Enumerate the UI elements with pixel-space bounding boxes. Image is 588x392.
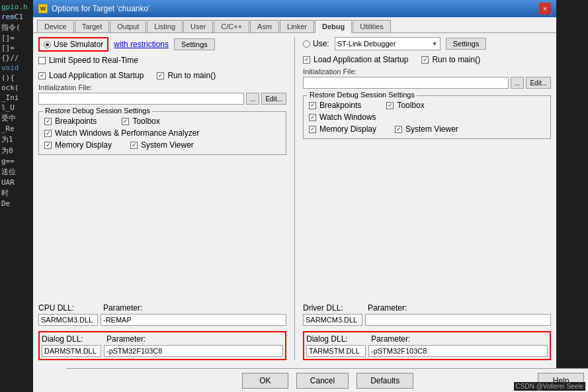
- defaults-button[interactable]: Defaults: [357, 373, 413, 389]
- tab-asm[interactable]: Asm: [250, 20, 279, 32]
- tab-user[interactable]: User: [183, 20, 213, 32]
- init-file-section-right: Initialization File: ... Edit...: [303, 68, 551, 89]
- run-to-main-checkbox-left[interactable]: [157, 72, 164, 79]
- dialog-dll-label-left: Dialog DLL:: [42, 334, 101, 344]
- load-app-label-right: Load Application at Startup: [314, 55, 408, 64]
- init-file-edit-left[interactable]: Edit...: [261, 93, 286, 105]
- dialog-dll-input-right[interactable]: [306, 345, 366, 357]
- init-file-edit-right[interactable]: Edit...: [526, 77, 551, 89]
- tab-cpp[interactable]: C/C++: [214, 20, 249, 32]
- dialog-wrapper: W Options for Target 'chuanko' × Device …: [33, 0, 556, 392]
- toolbox-checkbox-right[interactable]: [386, 102, 394, 109]
- toolbox-row-right: Toolbox: [386, 101, 424, 110]
- load-app-label-left: Load Application at Startup: [49, 71, 144, 80]
- use-debugger-radio[interactable]: Use:: [303, 39, 329, 48]
- memory-display-row-right: Memory Display: [309, 124, 376, 134]
- restore-group-title-left: Restore Debug Session Settings: [43, 107, 152, 115]
- cpu-param-input[interactable]: [101, 314, 286, 326]
- tab-utilities[interactable]: Utilities: [353, 20, 390, 32]
- dialog-dll-label-right: Dialog DLL:: [306, 334, 366, 344]
- init-file-input-right[interactable]: [303, 77, 509, 89]
- load-app-checkbox-right[interactable]: [303, 56, 310, 64]
- simulator-settings-button[interactable]: Settings: [174, 38, 215, 50]
- toolbox-checkbox-left[interactable]: [122, 118, 129, 125]
- system-viewer-label-left: System Viewer: [141, 140, 194, 150]
- title-bar: W Options for Target 'chuanko' ×: [33, 0, 556, 17]
- dialog-dll-input-left[interactable]: [42, 345, 101, 357]
- debugger-select[interactable]: ST-Link Debugger ▼: [335, 37, 441, 50]
- system-viewer-checkbox-left[interactable]: [130, 142, 138, 149]
- restore-group-right: Restore Debug Session Settings Breakpoin…: [303, 95, 551, 139]
- memory-display-checkbox-right[interactable]: [309, 126, 316, 133]
- system-viewer-label-right: System Viewer: [405, 124, 458, 134]
- debugger-row: Use: ST-Link Debugger ▼ Settings: [303, 37, 551, 50]
- init-file-input-left[interactable]: [38, 93, 244, 105]
- dialog-dll-param-input-right[interactable]: [368, 345, 548, 357]
- tab-linker[interactable]: Linker: [280, 20, 314, 32]
- run-to-main-checkbox-right[interactable]: [421, 56, 429, 64]
- use-label: Use:: [313, 39, 329, 48]
- driver-dll-label: Driver DLL:: [303, 303, 362, 313]
- code-line: 送位: [1, 167, 32, 177]
- code-line: 为1: [1, 134, 32, 144]
- load-run-row-right: Load Application at Startup Run to main(…: [303, 54, 551, 65]
- breakpoints-checkbox-right[interactable]: [309, 102, 316, 109]
- breakpoints-checkbox-left[interactable]: [44, 118, 52, 125]
- memory-display-checkbox-left[interactable]: [44, 142, 52, 149]
- system-viewer-row-right: System Viewer: [395, 124, 458, 134]
- ok-button[interactable]: OK: [242, 373, 288, 389]
- driver-param-label: Parameter:: [368, 303, 407, 313]
- title-bar-left: W Options for Target 'chuanko': [38, 4, 149, 13]
- use-simulator-radio[interactable]: Use Simulator: [38, 37, 108, 52]
- run-to-main-row-right: Run to main(): [421, 55, 480, 64]
- toolbox-row-left: Toolbox: [122, 117, 159, 126]
- cancel-button[interactable]: Cancel: [296, 373, 349, 389]
- code-line: ock(: [1, 83, 32, 92]
- driver-dll-section-right: Driver DLL: Parameter:: [303, 303, 551, 328]
- run-to-main-label-left: Run to main(): [167, 71, 216, 80]
- with-restrictions-link[interactable]: with restrictions: [114, 40, 169, 49]
- code-line: {}//: [1, 54, 32, 62]
- watch-windows-checkbox-right[interactable]: [309, 114, 316, 121]
- code-line: void: [1, 64, 32, 72]
- dialog-dll-section-left-highlighted: Dialog DLL: Parameter:: [38, 331, 286, 360]
- code-line: _Ini: [1, 93, 32, 102]
- code-background-left: gpio.h remC1 指令( []= []= {}// void (){ o…: [0, 0, 33, 392]
- memory-display-row-left: Memory Display: [44, 140, 112, 150]
- load-app-row-left: Load Application at Startup: [38, 71, 144, 80]
- simulator-row: Use Simulator with restrictions Settings: [38, 37, 286, 52]
- limit-speed-checkbox[interactable]: [38, 57, 46, 64]
- init-file-browse-right[interactable]: ...: [511, 77, 524, 89]
- driver-dll-input[interactable]: [303, 314, 362, 326]
- close-button[interactable]: ×: [539, 3, 551, 15]
- toolbox-label-right: Toolbox: [397, 101, 424, 110]
- dialog-dll-param-label-right: Parameter:: [371, 334, 410, 344]
- code-line: De: [1, 199, 32, 208]
- tab-output[interactable]: Output: [110, 20, 146, 32]
- init-file-browse-left[interactable]: ...: [246, 93, 259, 105]
- dialog-dll-param-input-left[interactable]: [104, 345, 283, 357]
- init-file-row-right: ... Edit...: [303, 77, 551, 89]
- tab-listing[interactable]: Listing: [147, 20, 183, 32]
- tab-debug[interactable]: Debug: [315, 20, 352, 33]
- load-run-row: Load Application at Startup Run to main(…: [38, 70, 286, 81]
- cpu-dll-input[interactable]: [38, 314, 98, 326]
- system-viewer-checkbox-right[interactable]: [395, 126, 402, 133]
- cpu-param-label: Parameter:: [103, 303, 142, 313]
- watch-windows-checkbox-left[interactable]: [44, 130, 52, 137]
- code-line: []=: [1, 34, 32, 42]
- code-line: remC1: [1, 13, 32, 21]
- tab-device[interactable]: Device: [37, 20, 74, 32]
- radio-circle-debugger: [303, 40, 310, 48]
- breakpoints-row-right: Breakpoints: [309, 101, 361, 110]
- debugger-settings-button[interactable]: Settings: [446, 38, 487, 50]
- load-app-checkbox-left[interactable]: [38, 72, 46, 79]
- system-viewer-row-left: System Viewer: [130, 140, 194, 150]
- driver-param-input[interactable]: [365, 314, 551, 326]
- cpu-dll-label: CPU DLL:: [38, 303, 98, 313]
- init-file-label-left: Initialization File:: [38, 83, 286, 91]
- dropdown-arrow-icon: ▼: [432, 40, 438, 47]
- tab-target[interactable]: Target: [75, 20, 110, 32]
- left-panel: Use Simulator with restrictions Settings…: [38, 37, 286, 360]
- cpu-dll-section-left: CPU DLL: Parameter:: [38, 303, 286, 328]
